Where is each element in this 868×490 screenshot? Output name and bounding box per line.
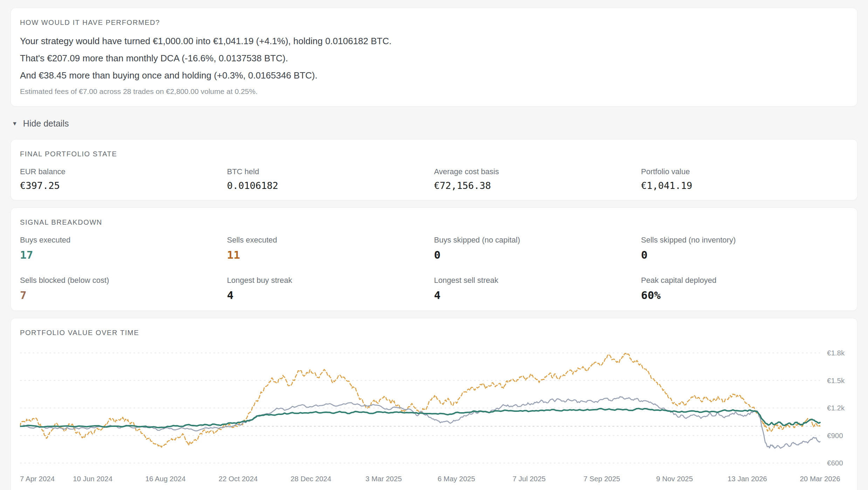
summary-line-buyhold-comparison: And €38.45 more than buying once and hol… xyxy=(20,70,848,81)
stat-value: 7 xyxy=(20,289,227,301)
x-axis-label: 7 Apr 2024 xyxy=(20,475,55,483)
final-portfolio-title: FINAL PORTFOLIO STATE xyxy=(20,150,848,158)
stat-label: Longest buy streak xyxy=(227,276,434,285)
x-axis-label: 20 Mar 2026 xyxy=(800,475,840,483)
x-axis-label: 28 Dec 2024 xyxy=(290,475,331,483)
hide-details-label: Hide details xyxy=(23,118,69,129)
x-axis-label: 3 Mar 2025 xyxy=(365,475,402,483)
signal-breakdown-stat: Longest sell streak4 xyxy=(434,276,641,301)
portfolio-value-chart: €600€900€1.2k€1.5k€1.8k7 Apr 202410 Jun … xyxy=(20,346,849,485)
triangle-down-icon: ▼ xyxy=(12,121,18,127)
stat-value: €72,156.38 xyxy=(434,180,641,191)
y-axis-label: €1.2k xyxy=(827,404,845,412)
stat-value: €1,041.19 xyxy=(641,180,848,191)
fees-note: Estimated fees of €7.00 across 28 trades… xyxy=(20,87,848,96)
portfolio-chart-card: PORTFOLIO VALUE OVER TIME €600€900€1.2k€… xyxy=(11,318,857,490)
signal-breakdown-title: SIGNAL BREAKDOWN xyxy=(20,218,848,226)
final-portfolio-stats-grid: EUR balance€397.25BTC held0.0106182Avera… xyxy=(20,167,848,191)
stat-value: 11 xyxy=(227,249,434,261)
y-axis-label: €1.5k xyxy=(827,376,845,384)
stat-label: Sells skipped (no inventory) xyxy=(641,236,848,245)
summary-line-dca-comparison: That's €207.09 more than monthly DCA (-1… xyxy=(20,53,848,64)
stat-label: Buys skipped (no capital) xyxy=(434,236,641,245)
y-axis-label: €600 xyxy=(827,459,843,467)
signal-breakdown-stat: Peak capital deployed60% xyxy=(641,276,848,301)
stat-label: EUR balance xyxy=(20,167,227,176)
summary-line-strategy: Your strategy would have turned €1,000.0… xyxy=(20,36,848,47)
hide-details-toggle[interactable]: ▼ Hide details xyxy=(12,118,69,129)
x-axis-label: 9 Nov 2025 xyxy=(656,475,693,483)
stat-label: Buys executed xyxy=(20,236,227,245)
y-axis-label: €900 xyxy=(827,431,843,440)
x-axis-label: 10 Jun 2024 xyxy=(73,475,112,483)
stat-label: BTC held xyxy=(227,167,434,176)
signal-breakdown-stat: Sells blocked (below cost)7 xyxy=(20,276,227,301)
final-portfolio-stat: EUR balance€397.25 xyxy=(20,167,227,191)
stat-label: Longest sell streak xyxy=(434,276,641,285)
series-dca xyxy=(20,397,820,448)
stat-value: 0 xyxy=(434,249,641,261)
x-axis-label: 13 Jan 2026 xyxy=(728,475,767,483)
x-axis-label: 16 Aug 2024 xyxy=(145,475,186,483)
backtest-results-page: HOW WOULD IT HAVE PERFORMED? Your strate… xyxy=(0,0,868,490)
signal-breakdown-card: SIGNAL BREAKDOWN Buys executed17Sells ex… xyxy=(11,207,857,311)
final-portfolio-card: FINAL PORTFOLIO STATE EUR balance€397.25… xyxy=(11,139,857,200)
stat-value: 4 xyxy=(227,289,434,301)
stat-value: 4 xyxy=(434,289,641,301)
y-axis-label: €1.8k xyxy=(827,349,845,357)
stat-value: 60% xyxy=(641,289,848,301)
portfolio-chart-title: PORTFOLIO VALUE OVER TIME xyxy=(20,329,848,337)
signal-breakdown-stat: Longest buy streak4 xyxy=(227,276,434,301)
final-portfolio-stat: BTC held0.0106182 xyxy=(227,167,434,191)
stat-label: Portfolio value xyxy=(641,167,848,176)
final-portfolio-stat: Portfolio value€1,041.19 xyxy=(641,167,848,191)
stat-value: 0 xyxy=(641,249,848,261)
stat-value: 17 xyxy=(20,249,227,261)
x-axis-label: 7 Sep 2025 xyxy=(584,475,620,483)
stat-label: Sells blocked (below cost) xyxy=(20,276,227,285)
stat-value: 0.0106182 xyxy=(227,180,434,191)
stat-label: Average cost basis xyxy=(434,167,641,176)
stat-label: Sells executed xyxy=(227,236,434,245)
final-portfolio-stat: Average cost basis€72,156.38 xyxy=(434,167,641,191)
x-axis-label: 7 Jul 2025 xyxy=(512,475,546,483)
stat-label: Peak capital deployed xyxy=(641,276,848,285)
performance-summary-card: HOW WOULD IT HAVE PERFORMED? Your strate… xyxy=(11,8,857,107)
series-buyhold xyxy=(20,353,820,447)
signal-breakdown-stat: Sells skipped (no inventory)0 xyxy=(641,236,848,261)
signal-breakdown-stat: Sells executed11 xyxy=(227,236,434,261)
x-axis-label: 6 May 2025 xyxy=(438,475,475,483)
signal-breakdown-stats-grid: Buys executed17Sells executed11Buys skip… xyxy=(20,236,848,301)
x-axis-label: 22 Oct 2024 xyxy=(219,475,258,483)
performance-summary-title: HOW WOULD IT HAVE PERFORMED? xyxy=(20,19,848,27)
stat-value: €397.25 xyxy=(20,180,227,191)
signal-breakdown-stat: Buys executed17 xyxy=(20,236,227,261)
signal-breakdown-stat: Buys skipped (no capital)0 xyxy=(434,236,641,261)
